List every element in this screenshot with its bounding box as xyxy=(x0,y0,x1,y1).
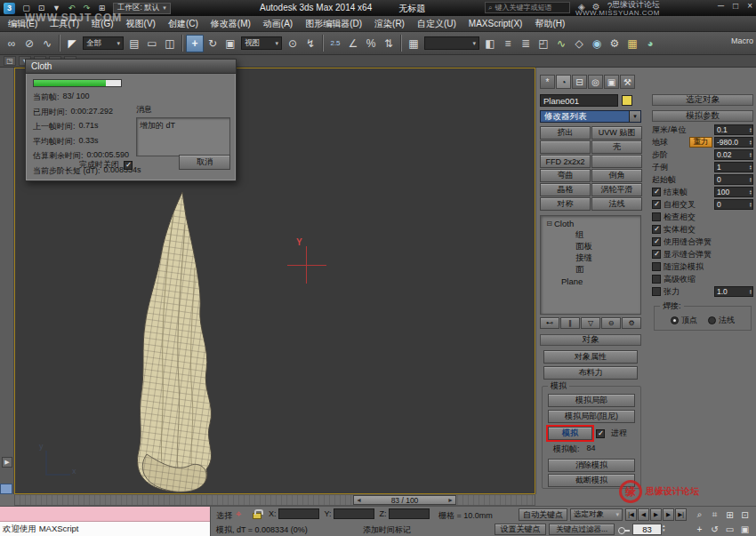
motion-tab[interactable]: ◎ xyxy=(588,75,603,89)
reference-coordinate-dropdown[interactable]: 视图▾ xyxy=(241,36,282,50)
menu-item[interactable]: 创建(C) xyxy=(162,16,205,32)
auto-key-button[interactable]: 自动关键点 xyxy=(519,508,567,521)
mirror-icon[interactable]: ◧ xyxy=(481,35,499,52)
listener-pane[interactable]: 欢迎使用 MAXScript xyxy=(0,522,210,536)
use-pivot-point-icon[interactable]: ⊙ xyxy=(284,35,302,52)
set-key-button[interactable]: 设置关键点 xyxy=(495,524,546,535)
param-checkbox[interactable] xyxy=(652,262,661,271)
render-production-icon[interactable]: ◕ xyxy=(641,35,659,52)
param-spinner-field[interactable]: 0.1 ▴▾ xyxy=(714,124,753,135)
object-rollout-header[interactable]: 对象 xyxy=(540,334,641,346)
key-filters-button[interactable]: 关键点过滤器... xyxy=(549,524,615,535)
progress-checkbox[interactable] xyxy=(596,429,605,438)
simulate-button[interactable]: 模拟 xyxy=(548,427,592,440)
key-filter-dropdown[interactable]: 选定对象 ▾ xyxy=(570,508,623,521)
close-button[interactable]: × xyxy=(747,1,752,11)
layer-manager-icon[interactable]: ≣ xyxy=(517,35,535,52)
spinner-arrows-icon[interactable]: ▴▾ xyxy=(750,127,752,133)
ribbon-handle-icon[interactable]: ◳ xyxy=(4,56,16,66)
param-spinner-field[interactable]: 1 ▴▾ xyxy=(714,162,753,172)
go-to-start-button[interactable]: |◀ xyxy=(625,508,637,521)
select-by-name-icon[interactable]: ▤ xyxy=(125,35,143,52)
modifier-set-button[interactable]: 法线 xyxy=(591,197,642,211)
select-and-manipulate-icon[interactable]: ↯ xyxy=(302,35,319,52)
select-and-rotate-icon[interactable]: ↻ xyxy=(204,35,221,52)
orbit-icon[interactable]: ↺ xyxy=(707,522,722,536)
play-button[interactable]: ▶ xyxy=(650,508,662,521)
zoom-icon[interactable]: ⌕ xyxy=(692,508,707,522)
modifier-stack-item[interactable]: 组 xyxy=(541,229,640,241)
spinner-arrows-icon[interactable]: ▴▾ xyxy=(750,164,752,171)
param-spinner-field[interactable]: 0 ▴▾ xyxy=(714,174,753,185)
curve-editor-icon[interactable]: ∿ xyxy=(552,35,570,52)
param-checkbox[interactable] xyxy=(652,237,661,246)
modifier-set-button[interactable]: 倒角 xyxy=(591,169,642,182)
menu-item[interactable]: 渲染(R) xyxy=(368,16,411,32)
add-time-tag[interactable]: 添加时间标记 xyxy=(363,524,411,536)
ribbon-toggle-icon[interactable]: ◰ xyxy=(535,35,552,52)
percent-snap-icon[interactable]: % xyxy=(362,35,380,52)
select-object-icon[interactable]: ◤ xyxy=(63,35,81,52)
param-checkbox[interactable] xyxy=(652,250,661,259)
align-icon[interactable]: ≡ xyxy=(499,35,517,52)
spinner-arrows-icon[interactable]: ▴▾ xyxy=(750,189,752,196)
modifier-stack-item[interactable]: Plane xyxy=(541,276,640,287)
modifier-set-button[interactable] xyxy=(591,155,642,168)
modifier-set-button[interactable]: 晶格 xyxy=(540,183,591,196)
pan-icon[interactable]: + xyxy=(692,522,707,536)
param-checkbox[interactable] xyxy=(652,200,661,209)
modifier-set-button[interactable]: 壳 xyxy=(591,140,642,154)
weld-option[interactable]: 顶点 xyxy=(671,315,697,326)
cancel-button[interactable]: 取消 xyxy=(179,155,230,170)
schematic-view-icon[interactable]: ◇ xyxy=(570,35,588,52)
erase-simulation-button[interactable]: 消除模拟 xyxy=(548,459,635,472)
object-color-swatch[interactable] xyxy=(622,95,632,106)
render-setup-icon[interactable]: ⚙ xyxy=(606,35,623,52)
param-checkbox[interactable] xyxy=(652,287,661,296)
minimize-button[interactable]: ─ xyxy=(718,1,724,11)
simulate-local-button[interactable]: 模拟局部 xyxy=(548,394,635,407)
menu-item[interactable]: 修改器(M) xyxy=(205,16,257,32)
lock-icon[interactable] xyxy=(253,513,261,519)
simulation-parameters-rollout-header[interactable]: 模拟参数 xyxy=(652,110,753,122)
select-and-link-icon[interactable]: ∞ xyxy=(3,35,20,52)
snap-toggle-icon[interactable]: 2.5 xyxy=(326,35,344,52)
select-and-scale-icon[interactable]: ▣ xyxy=(221,35,239,52)
make-unique-icon[interactable]: ▽ xyxy=(581,317,600,329)
simulate-local-damped-button[interactable]: 模拟局部(阻尼) xyxy=(548,410,635,423)
modifier-stack-item[interactable]: 面板 xyxy=(541,241,640,252)
param-spinner-field[interactable]: 0 ▴▾ xyxy=(714,199,753,210)
coordinate-field[interactable] xyxy=(334,508,374,519)
named-selection-dropdown[interactable]: ▾ xyxy=(424,36,479,50)
search-input[interactable]: ⌕ 键入关键字或短语 xyxy=(485,2,570,13)
previous-frame-arrow[interactable]: ◄ xyxy=(356,497,362,503)
modifier-set-button[interactable]: 涡轮平滑 xyxy=(591,183,642,196)
object-name-field[interactable]: Plane001 xyxy=(540,94,618,107)
maxscript-mini-listener[interactable]: 欢迎使用 MAXScript xyxy=(0,507,211,536)
radio-icon[interactable] xyxy=(671,316,679,324)
spinner-arrows-icon[interactable]: ▴▾ xyxy=(750,289,752,295)
menu-item[interactable]: 视图(V) xyxy=(120,16,162,32)
zoom-region-icon[interactable]: ⊡ xyxy=(737,508,752,522)
unlink-selection-icon[interactable]: ⊘ xyxy=(20,35,38,52)
close-when-done-checkbox[interactable] xyxy=(124,161,133,170)
chevron-down-icon[interactable]: ▾ xyxy=(629,111,640,122)
display-tab[interactable]: ▣ xyxy=(604,75,619,89)
previous-frame-button[interactable]: ◀ xyxy=(638,508,649,521)
next-frame-button[interactable]: ▶ xyxy=(663,508,674,521)
utilities-tab[interactable]: ⚒ xyxy=(620,75,635,89)
param-spinner-field[interactable]: 100 ▴▾ xyxy=(714,187,753,197)
modifier-stack-item[interactable]: 接缝 xyxy=(541,252,640,264)
hierarchy-tab[interactable]: ⊟ xyxy=(572,75,587,89)
weld-option[interactable]: 法线 xyxy=(708,315,735,326)
object-properties-button[interactable]: 对象属性 xyxy=(543,350,638,364)
select-and-move-icon[interactable]: + xyxy=(186,35,204,52)
spinner-arrows-icon[interactable]: ▴▾ xyxy=(750,140,752,146)
fov-icon[interactable]: ▭ xyxy=(722,522,737,536)
angle-snap-icon[interactable]: ∠ xyxy=(344,35,362,52)
modify-tab[interactable]: ◔ xyxy=(556,75,571,89)
show-end-result-icon[interactable]: ∥ xyxy=(560,317,580,329)
cloth-forces-button[interactable]: 布料力 xyxy=(543,366,638,380)
spinner-arrows-icon[interactable]: ▴▾ xyxy=(750,202,752,208)
configure-modifier-sets-icon[interactable]: ⚙ xyxy=(622,317,641,329)
